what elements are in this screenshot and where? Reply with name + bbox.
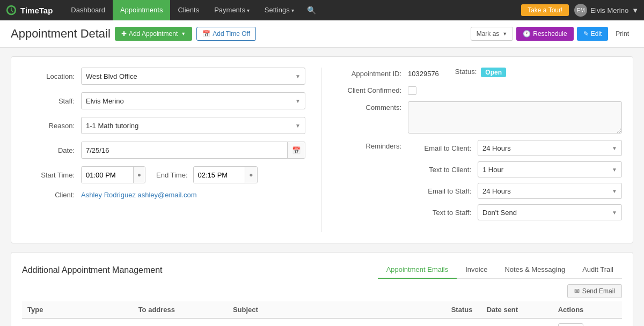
right-column: Appointment ID: 10329576 Status: Open Cl… [322,68,622,232]
start-time-label: Start Time: [22,171,81,179]
reason-label: Reason: [22,122,81,130]
send-email-button[interactable]: ✉ Send Email [567,284,622,298]
brand: TimeTap [5,4,53,16]
nav-items: Dashboard Appointments Clients Payments … [63,0,521,21]
start-time-input[interactable] [82,167,133,183]
tab-notes-messaging[interactable]: Notes & Messaging [496,261,574,279]
text-staff-select[interactable]: Don't Send ▼ [478,204,622,220]
staff-select[interactable]: Elvis Merino ▼ [81,92,305,109]
nav-appointments[interactable]: Appointments [113,0,171,20]
tour-button[interactable]: Take a Tour! [521,4,569,16]
location-select[interactable]: West Blvd Office ▼ [81,68,305,85]
calendar-icon: 📅 [287,142,305,158]
staff-label: Staff: [22,97,81,105]
user-name: Elvis Merino [590,6,628,14]
add-time-off-button[interactable]: 📅 Add Time Off [196,27,256,41]
reschedule-button[interactable]: 🕐 Reschedule [516,27,573,41]
plus-icon: ✚ [121,30,127,38]
text-client-label: Text to Client: [408,166,478,174]
text-staff-row: Text to Staff: Don't Send ▼ [408,204,622,220]
cell-status: Failed [446,318,481,326]
nav-dashboard[interactable]: Dashboard [63,0,113,20]
status-outer-label: Status: [455,68,481,76]
reason-value: 1-1 Math tutoring [86,122,138,130]
header-right-actions: Mark as ▼ 🕐 Reschedule ✎ Edit Print [471,27,633,41]
client-row: Client: Ashley Rodriguez ashley@email.co… [22,191,305,199]
table-row: Appointment Reminder Text Messsage Faile… [22,318,622,326]
tab-appointment-emails[interactable]: Appointment Emails [378,261,457,279]
user-menu[interactable]: EM Elvis Merino ▼ [574,4,639,17]
status-badge: Open [481,68,506,77]
email-staff-value: 24 Hours [482,187,511,195]
date-input[interactable] [82,142,287,158]
brand-name: TimeTap [20,6,53,15]
cell-type: Appointment Reminder Text Messsage [22,318,133,326]
brand-icon [5,4,17,16]
send-email-bar: ✉ Send Email [22,279,622,301]
text-staff-arrow: ▼ [612,210,617,216]
comments-textarea[interactable] [408,101,622,134]
nav-payments[interactable]: Payments [207,0,257,21]
management-header: Additional Appointment Management Appoin… [22,261,622,279]
client-label: Client: [22,191,81,199]
end-time-input[interactable] [194,167,245,183]
cell-subject [228,318,446,326]
management-title: Additional Appointment Management [22,265,163,275]
col-status: Status [446,301,481,318]
client-confirmed-checkbox[interactable] [408,86,416,95]
client-link[interactable]: Ashley Rodriguez ashley@email.com [81,191,197,199]
date-input-wrap: 📅 [81,142,305,159]
text-staff-label: Text to Staff: [408,209,478,217]
email-staff-row: Email to Staff: 24 Hours ▼ [408,183,622,199]
time-row: Start Time: ● End Time: ● [22,166,305,183]
detail-card: Location: West Blvd Office ▼ Staff: Elvi… [11,56,633,243]
envelope-icon: ✉ [574,287,580,295]
add-appointment-arrow: ▼ [181,31,186,36]
email-client-arrow: ▼ [612,145,617,151]
mark-as-button[interactable]: Mark as ▼ [471,27,514,41]
cell-date-sent: Jul 25, 16 11:45:18 AM [481,318,553,326]
comments-label: Comments: [338,101,408,112]
email-client-label: Email to Client: [408,144,478,152]
col-subject: Subject [228,301,446,318]
client-confirmed-row: Client Confirmed: [338,84,622,95]
end-time-label: End Time: [156,171,188,179]
nav-clients[interactable]: Clients [170,0,207,20]
view-button-0[interactable]: View [558,323,584,326]
edit-button[interactable]: ✎ Edit [577,27,609,41]
search-icon[interactable]: 🔍 [302,6,321,14]
text-client-value: 1 Hour [482,166,503,174]
cell-to-address [133,318,228,326]
appt-id-label: Appointment ID: [338,68,408,78]
email-client-row: Email to Client: 24 Hours ▼ [408,140,622,156]
header-left-actions: Appointment Detail ✚ Add Appointment ▼ 📅… [11,27,256,41]
detail-grid: Location: West Blvd Office ▼ Staff: Elvi… [22,68,622,232]
email-table: Type To address Subject Status Date sent… [22,301,622,326]
management-card: Additional Appointment Management Appoin… [11,252,633,326]
staff-value: Elvis Merino [86,97,124,105]
client-confirmed-label: Client Confirmed: [338,84,408,94]
end-time-section: End Time: ● [156,166,258,183]
tab-invoice[interactable]: Invoice [457,261,496,279]
tabs: Appointment Emails Invoice Notes & Messa… [378,261,622,279]
nav-right: Take a Tour! EM Elvis Merino ▼ [521,4,639,17]
add-appointment-button[interactable]: ✚ Add Appointment ▼ [115,27,192,41]
location-row: Location: West Blvd Office ▼ [22,68,305,85]
date-row: Date: 📅 [22,142,305,159]
text-client-select[interactable]: 1 Hour ▼ [478,161,622,177]
client-name: Ashley Rodriguez [81,191,136,199]
page-title: Appointment Detail [11,27,111,41]
reminders-label: Reminders: [338,140,408,150]
main-content: Location: West Blvd Office ▼ Staff: Elvi… [0,48,644,326]
email-staff-select[interactable]: 24 Hours ▼ [478,183,622,199]
location-value: West Blvd Office [86,72,137,80]
reason-select[interactable]: 1-1 Math tutoring ▼ [81,117,305,134]
print-button[interactable]: Print [611,27,633,40]
email-staff-label: Email to Staff: [408,187,478,195]
clock-icon: 🕐 [523,30,531,38]
tab-audit-trail[interactable]: Audit Trail [574,261,622,279]
nav-settings[interactable]: Settings [257,0,302,21]
appt-id-value: 10329576 [408,68,439,78]
email-client-select[interactable]: 24 Hours ▼ [478,140,622,156]
text-staff-value: Don't Send [482,209,517,217]
